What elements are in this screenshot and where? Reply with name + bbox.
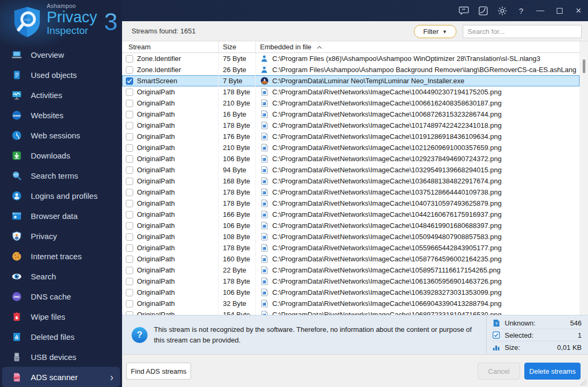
sidebar-item-dns-cache[interactable]: DNSDNS cache — [0, 286, 122, 306]
table-row[interactable]: OriginalPath16 ByteC:\ProgramData\RivetN… — [122, 109, 580, 120]
row-checkbox[interactable] — [126, 233, 133, 241]
table-row[interactable]: OriginalPath166 ByteC:\ProgramData\Rivet… — [122, 209, 580, 220]
column-header-size[interactable]: Size — [219, 41, 256, 52]
file-path: C:\ProgramData\RivetNetworks\ImageCache\… — [272, 222, 501, 230]
search-input[interactable] — [463, 25, 582, 38]
table-row[interactable]: Zone.Identifier26 ByteC:\Program Files\A… — [122, 64, 580, 75]
table-row[interactable]: OriginalPath168 ByteC:\ProgramData\Rivet… — [122, 175, 580, 187]
row-checkbox[interactable] — [126, 222, 133, 230]
sidebar-item-browser-data[interactable]: Browser data — [0, 206, 122, 226]
table-row[interactable]: OriginalPath178 ByteC:\ProgramData\Rivet… — [122, 86, 580, 98]
sidebar-item-search-terms[interactable]: Search terms — [0, 165, 122, 186]
table-header: Stream Size Embedded in file — [122, 41, 580, 53]
row-checkbox[interactable] — [126, 267, 133, 274]
resize-grip[interactable] — [580, 379, 586, 385]
help-icon[interactable]: ? — [512, 0, 531, 21]
sidebar-nav: OverviewUsed objectsActivitieswwwWebsite… — [0, 45, 122, 387]
table-row[interactable]: OriginalPath32 ByteC:\ProgramData\RivetN… — [122, 298, 580, 309]
file-path: C:\ProgramData\RivetNetworks\ImageCache\… — [272, 300, 501, 307]
table-row[interactable]: OriginalPath106 ByteC:\ProgramData\Rivet… — [122, 153, 580, 164]
scrollbar-thumb[interactable] — [583, 59, 585, 73]
find-ads-streams-button[interactable]: Find ADS streams — [126, 363, 191, 380]
table-row[interactable]: OriginalPath178 ByteC:\ProgramData\Rivet… — [122, 187, 580, 198]
row-checkbox[interactable] — [126, 77, 133, 85]
row-checkbox[interactable] — [126, 55, 133, 63]
row-checkbox[interactable] — [126, 300, 133, 307]
row-checkbox[interactable] — [126, 200, 133, 207]
row-checkbox[interactable] — [126, 189, 133, 196]
column-header-embedded[interactable]: Embedded in file — [256, 41, 580, 52]
table-row[interactable]: OriginalPath106 ByteC:\ProgramData\Rivet… — [122, 220, 580, 231]
size-cell: 210 Byte — [219, 98, 256, 109]
column-header-stream[interactable]: Stream — [122, 41, 219, 52]
table-row[interactable]: Zone.Identifier75 ByteC:\Program Files (… — [122, 53, 580, 64]
sidebar-item-used-objects[interactable]: Used objects — [0, 65, 122, 85]
filter-button[interactable]: Filter ▼ — [414, 25, 456, 38]
row-checkbox[interactable] — [126, 166, 133, 174]
sidebar-item-search[interactable]: Search — [0, 266, 122, 286]
logo-product-line2: Inspector — [47, 25, 97, 36]
sidebar-item-downloads[interactable]: Downloads — [0, 145, 122, 165]
stream-name: OriginalPath — [137, 222, 175, 230]
row-checkbox[interactable] — [126, 289, 133, 296]
stream-cell: Zone.Identifier — [122, 64, 219, 75]
sidebar-item-websites[interactable]: wwwWebsites — [0, 105, 122, 125]
minimize-icon[interactable]: — — [531, 0, 550, 21]
row-checkbox[interactable] — [126, 122, 133, 129]
settings-gear-icon[interactable] — [492, 0, 512, 21]
table-row[interactable]: OriginalPath108 ByteC:\ProgramData\Rivet… — [122, 231, 580, 242]
table-row[interactable]: OriginalPath210 ByteC:\ProgramData\Rivet… — [122, 98, 580, 109]
stream-name: OriginalPath — [137, 188, 175, 196]
sidebar-item-wipe-files[interactable]: Wipe files — [0, 306, 122, 327]
table-row[interactable]: OriginalPath176 ByteC:\ProgramData\Rivet… — [122, 131, 580, 142]
table-row[interactable]: OriginalPath178 ByteC:\ProgramData\Rivet… — [122, 120, 580, 131]
maximize-icon[interactable] — [550, 0, 569, 21]
table-row[interactable]: OriginalPath94 ByteC:\ProgramData\RivetN… — [122, 164, 580, 175]
table-row[interactable]: SmartScreen7 ByteC:\ProgramData\Luminar … — [122, 75, 580, 86]
table-row[interactable]: OriginalPath160 ByteC:\ProgramData\Rivet… — [122, 253, 580, 265]
row-checkbox[interactable] — [126, 155, 133, 163]
sidebar-item-web-sessions[interactable]: Web sessions — [0, 125, 122, 145]
delete-streams-button[interactable]: Delete streams — [524, 363, 581, 380]
size-cell: 108 Byte — [219, 231, 256, 242]
cancel-button[interactable]: Cancel — [478, 363, 520, 380]
table-row[interactable]: OriginalPath106 ByteC:\ProgramData\Rivet… — [122, 287, 580, 298]
sidebar-item-privacy[interactable]: Privacy — [0, 226, 122, 246]
sidebar-item-deleted-files[interactable]: Deleted files — [0, 327, 122, 347]
sidebar-item-usb-devices[interactable]: USB devices — [0, 347, 122, 367]
close-icon[interactable]: × — [569, 0, 588, 21]
stream-cell: OriginalPath — [122, 231, 219, 242]
sidebar-item-ads-scanner[interactable]: ADSADS scanner› — [2, 367, 120, 387]
row-checkbox[interactable] — [126, 111, 133, 118]
sidebar-item-logins-and-profiles[interactable]: Logins and profiles — [0, 186, 122, 206]
file-cell: C:\ProgramData\RivetNetworks\ImageCache\… — [256, 109, 580, 120]
row-checkbox[interactable] — [126, 211, 133, 218]
row-checkbox[interactable] — [126, 100, 133, 107]
table-row[interactable]: OriginalPath210 ByteC:\ProgramData\Rivet… — [122, 142, 580, 153]
download-icon — [11, 149, 22, 161]
feedback-icon[interactable]: ** — [454, 0, 473, 21]
sidebar-item-internet-traces[interactable]: Internet traces — [0, 246, 122, 266]
vertical-scrollbar[interactable] — [580, 42, 588, 337]
image-file-icon — [260, 210, 269, 219]
table-row[interactable]: OriginalPath178 ByteC:\ProgramData\Rivet… — [122, 276, 580, 287]
row-checkbox[interactable] — [126, 278, 133, 285]
row-checkbox[interactable] — [126, 244, 133, 252]
stream-name: OriginalPath — [137, 155, 175, 163]
table-row[interactable]: OriginalPath178 ByteC:\ProgramData\Rivet… — [122, 242, 580, 253]
row-checkbox[interactable] — [126, 89, 133, 96]
row-checkbox[interactable] — [126, 256, 133, 263]
stream-cell: SmartScreen — [122, 75, 219, 86]
theme-icon[interactable] — [473, 0, 492, 21]
row-checkbox[interactable] — [126, 144, 133, 152]
row-checkbox[interactable] — [126, 133, 133, 140]
sidebar-item-activities[interactable]: Activities — [0, 85, 122, 105]
size-cell: 178 Byte — [219, 120, 256, 131]
stream-cell: OriginalPath — [122, 86, 219, 98]
table-row[interactable]: OriginalPath22 ByteC:\ProgramData\RivetN… — [122, 265, 580, 276]
row-checkbox[interactable] — [126, 178, 133, 185]
table-row[interactable]: OriginalPath178 ByteC:\ProgramData\Rivet… — [122, 198, 580, 209]
streams-table: Stream Size Embedded in file Zone.Identi… — [122, 41, 580, 337]
row-checkbox[interactable] — [126, 66, 133, 74]
sidebar-item-overview[interactable]: Overview — [0, 45, 122, 65]
